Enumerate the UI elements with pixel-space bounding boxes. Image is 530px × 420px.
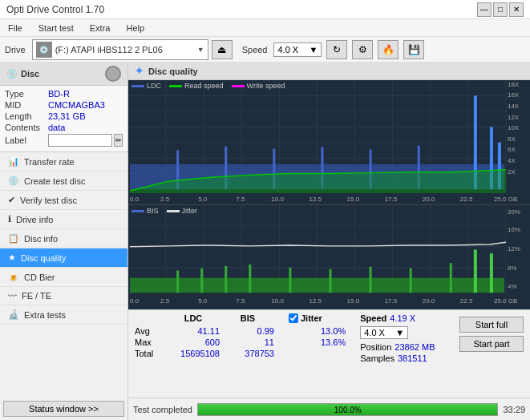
- menu-help[interactable]: Help: [121, 22, 149, 34]
- create-test-disc-label: Create test disc: [24, 176, 85, 186]
- svg-text:14X: 14X: [508, 103, 520, 110]
- max-ldc: 600: [167, 337, 220, 347]
- lower-chart: 0.0 2.5 5.0 7.5 10.0 12.5 15.0 17.5 20.0…: [128, 205, 530, 309]
- verify-test-disc-label: Verify test disc: [20, 196, 77, 205]
- svg-text:18X: 18X: [508, 81, 520, 88]
- drive-toolbar: Drive 💿 (F:) ATAPI iHBS112 2 PL06 ▼ ⏏ Sp…: [0, 37, 530, 63]
- ldc-legend: LDC: [131, 82, 161, 90]
- burn-button[interactable]: 🔥: [378, 40, 399, 59]
- speed-select[interactable]: 4.0 X ▼: [273, 42, 322, 57]
- samples-row: Samples 381511: [360, 353, 435, 363]
- refresh-button[interactable]: ↻: [326, 40, 347, 59]
- jitter-legend-color: [167, 210, 180, 212]
- sidebar-item-disc-quality[interactable]: ★ Disc quality: [0, 248, 127, 268]
- label-edit-button[interactable]: ✏: [114, 134, 123, 147]
- eject-button[interactable]: ⏏: [212, 40, 233, 59]
- progress-bar-area: Test completed 100.0% 33:29: [128, 398, 530, 420]
- jitter-checkbox[interactable]: [289, 313, 298, 323]
- svg-text:10.0: 10.0: [271, 196, 284, 203]
- sidebar-item-drive-info[interactable]: ℹ Drive info: [0, 210, 127, 229]
- length-label: Length: [5, 111, 48, 121]
- status-window-button[interactable]: Status window >>: [3, 401, 124, 417]
- svg-rect-71: [370, 267, 372, 293]
- write-speed-legend-color: [232, 85, 245, 87]
- jitter-header-row: Jitter: [289, 313, 346, 323]
- max-jitter: 13.6%: [321, 337, 346, 347]
- charts-block: 0.0 2.5 5.0 7.5 10.0 12.5 15.0 17.5 20.0…: [128, 80, 530, 309]
- maximize-button[interactable]: □: [493, 2, 508, 17]
- svg-rect-67: [225, 266, 227, 293]
- ldc-legend-label: LDC: [147, 82, 161, 90]
- sidebar-item-cd-bier[interactable]: 🍺 CD Bier: [0, 268, 127, 287]
- speed-position-section: Speed 4.19 X 4.0 X ▼ Position 23862 MB: [360, 313, 435, 363]
- progress-bar: 100.0%: [197, 403, 498, 416]
- disc-thumbnail: [105, 66, 121, 82]
- stats-spacer: [135, 313, 165, 323]
- svg-text:25.0 GB: 25.0 GB: [494, 298, 517, 305]
- fe-te-label: FE / TE: [22, 291, 51, 301]
- length-value: 23,31 GB: [48, 111, 85, 121]
- svg-text:7.5: 7.5: [236, 298, 245, 305]
- label-input[interactable]: [48, 134, 112, 147]
- speed-dropdown-row: 4.0 X ▼: [360, 326, 435, 339]
- sidebar-item-disc-info[interactable]: 📋 Disc info: [0, 229, 127, 248]
- svg-text:17.5: 17.5: [385, 298, 398, 305]
- chart-header-icon: ✦: [135, 65, 144, 77]
- speed-dropdown-val: 4.0 X: [364, 328, 385, 337]
- disc-section-label: Disc: [21, 69, 39, 79]
- svg-rect-68: [249, 265, 251, 293]
- avg-label: Avg: [135, 326, 165, 336]
- cd-bier-icon: 🍺: [8, 272, 19, 282]
- samples-label: Samples: [360, 353, 394, 363]
- cd-bier-label: CD Bier: [24, 273, 55, 282]
- svg-text:4X: 4X: [508, 157, 516, 164]
- disc-length-row: Length 23,31 GB: [5, 111, 123, 121]
- save-button[interactable]: 💾: [403, 40, 424, 59]
- drive-label: Drive: [5, 45, 26, 55]
- disc-info-label: Disc info: [24, 234, 58, 244]
- disc-type-row: Type BD-R: [5, 89, 123, 99]
- menu-file[interactable]: File: [3, 22, 27, 34]
- speed-header-row: Speed 4.19 X: [360, 313, 435, 323]
- sidebar-item-transfer-rate[interactable]: 📊 Transfer rate: [0, 152, 127, 172]
- sidebar-item-create-test-disc[interactable]: 💿 Create test disc: [0, 172, 127, 191]
- jitter-legend-label: Jitter: [182, 207, 198, 215]
- total-row: Total 15695108 378753: [135, 349, 274, 358]
- drive-select[interactable]: 💿 (F:) ATAPI iHBS112 2 PL06 ▼: [32, 39, 208, 60]
- start-part-button[interactable]: Start part: [459, 336, 524, 352]
- close-button[interactable]: ✕: [509, 2, 524, 17]
- menu-extra[interactable]: Extra: [85, 22, 115, 34]
- disc-section-icon: 💿: [6, 69, 18, 79]
- svg-text:17.5: 17.5: [385, 196, 398, 203]
- minimize-button[interactable]: —: [477, 2, 492, 17]
- lower-chart-svg: 0.0 2.5 5.0 7.5 10.0 12.5 15.0 17.5 20.0…: [128, 205, 530, 309]
- svg-rect-64: [130, 278, 504, 293]
- disc-quality-icon: ★: [8, 252, 16, 263]
- avg-jitter-spacer: [289, 326, 319, 336]
- svg-text:20.0: 20.0: [423, 196, 435, 203]
- max-bis: 11: [221, 337, 274, 347]
- lower-legend: BIS Jitter: [131, 207, 197, 215]
- start-full-button[interactable]: Start full: [459, 317, 524, 333]
- contents-value: data: [48, 123, 65, 132]
- svg-text:16X: 16X: [508, 91, 520, 99]
- sidebar-item-extra-tests[interactable]: 🔬 Extra tests: [0, 305, 127, 325]
- speed-stat-select[interactable]: 4.0 X ▼: [360, 326, 408, 339]
- app-title: Opti Drive Control 1.70: [6, 4, 104, 15]
- menu-start-test[interactable]: Start test: [34, 22, 79, 34]
- drive-info-label: Drive info: [16, 215, 53, 224]
- sidebar-item-verify-test-disc[interactable]: ✔ Verify test disc: [0, 191, 127, 210]
- extra-tests-label: Extra tests: [24, 310, 66, 320]
- svg-text:7.5: 7.5: [236, 196, 245, 203]
- bis-legend-label: BIS: [147, 207, 159, 215]
- jitter-legend: Jitter: [167, 207, 198, 215]
- jitter-header: Jitter: [301, 313, 322, 323]
- settings-button[interactable]: ⚙: [352, 40, 373, 59]
- ldc-legend-color: [131, 85, 144, 87]
- svg-text:4%: 4%: [508, 283, 517, 290]
- bis-legend-color: [131, 210, 144, 212]
- svg-text:15.0: 15.0: [347, 298, 360, 305]
- max-jitter-row: 13.6%: [289, 337, 346, 347]
- sidebar-item-fe-te[interactable]: 〰 FE / TE: [0, 287, 127, 305]
- svg-text:5.0: 5.0: [198, 298, 207, 305]
